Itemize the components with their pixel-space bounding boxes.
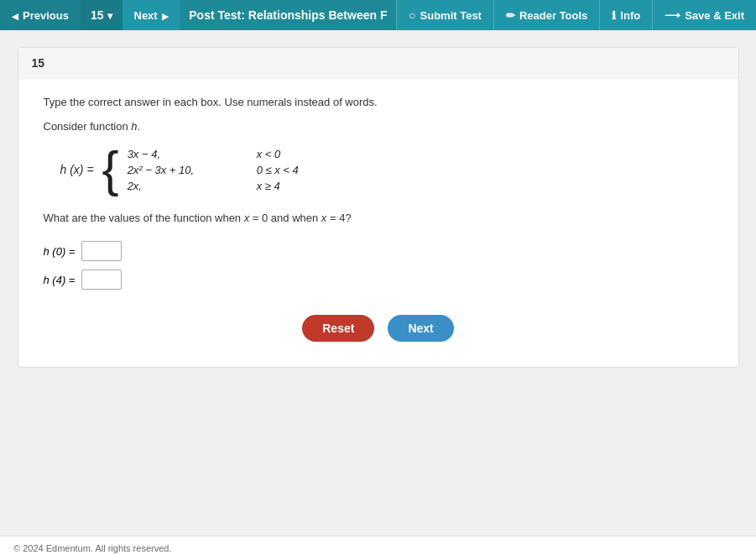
footer: © 2024 Edmentum. All rights reserved. — [0, 536, 756, 560]
h4-input[interactable] — [81, 270, 122, 290]
main-content: 15 Type the correct answer in each box. … — [0, 30, 756, 536]
save-exit-label: Save & Exit — [685, 9, 744, 22]
function-display: h (x) = { 3x − 4, x < 0 2x² − 3x + 10, 0… — [60, 144, 713, 195]
question-num-value: 15 — [91, 8, 104, 22]
reset-button[interactable]: Reset — [302, 315, 374, 342]
copyright-text: © 2024 Edmentum. All rights reserved. — [13, 543, 171, 553]
submit-icon — [409, 8, 415, 22]
info-label: Info — [620, 9, 640, 22]
case-row-3: 2x, x ≥ 4 — [128, 180, 299, 192]
reader-tools-button[interactable]: Reader Tools — [493, 0, 599, 30]
case-expr-1: 3x − 4, — [128, 148, 237, 160]
h0-label: h (0) = — [44, 245, 76, 258]
case-cond-2: 0 ≤ x < 4 — [257, 164, 299, 176]
navigation-bar: Previous 15 Next Post Test: Relationship… — [0, 0, 756, 30]
save-exit-button[interactable]: Save & Exit — [652, 0, 756, 30]
info-button[interactable]: Info — [599, 0, 652, 30]
reader-tools-icon — [506, 9, 515, 22]
action-buttons: Reset Next — [44, 315, 713, 342]
previous-arrow-icon — [12, 9, 18, 22]
info-icon — [612, 9, 616, 22]
piecewise-cases: 3x − 4, x < 0 2x² − 3x + 10, 0 ≤ x < 4 2… — [128, 148, 299, 192]
previous-button[interactable]: Previous — [0, 0, 81, 30]
h0-input[interactable] — [81, 241, 122, 261]
previous-label: Previous — [23, 9, 69, 22]
question-number-selector[interactable]: 15 — [81, 0, 123, 30]
question-dropdown-icon — [107, 8, 112, 22]
case-row-1: 3x − 4, x < 0 — [128, 148, 299, 160]
case-row-2: 2x² − 3x + 10, 0 ≤ x < 4 — [128, 164, 299, 176]
case-expr-2: 2x² − 3x + 10, — [128, 164, 237, 176]
case-expr-3: 2x, — [128, 180, 237, 192]
h0-answer-row: h (0) = — [44, 241, 713, 261]
case-cond-1: x < 0 — [257, 148, 281, 160]
instructions-text: Type the correct answer in each box. Use… — [44, 96, 713, 108]
function-var: h — [131, 120, 137, 133]
submit-test-button[interactable]: Submit Test — [396, 0, 493, 30]
next-top-button[interactable]: Next — [123, 0, 180, 30]
submit-label: Submit Test — [420, 9, 482, 22]
question-card: 15 Type the correct answer in each box. … — [18, 47, 739, 368]
question-text: What are the values of the function when… — [44, 212, 713, 224]
reader-tools-label: Reader Tools — [519, 9, 587, 22]
next-arrow-icon — [162, 9, 169, 22]
save-exit-icon — [665, 9, 680, 22]
next-top-label: Next — [134, 9, 158, 22]
h4-label: h (4) = — [44, 274, 76, 286]
consider-text: Consider function h. — [44, 120, 713, 133]
nav-right-actions: Submit Test Reader Tools Info Save & Exi… — [396, 0, 756, 30]
left-brace: { — [102, 144, 119, 195]
page-title: Post Test: Relationships Between F — [180, 0, 396, 30]
h4-answer-row: h (4) = — [44, 270, 713, 290]
function-label: h (x) = — [60, 163, 94, 176]
question-number-label: 15 — [18, 48, 738, 79]
case-cond-3: x ≥ 4 — [257, 180, 280, 192]
next-button[interactable]: Next — [388, 315, 453, 342]
